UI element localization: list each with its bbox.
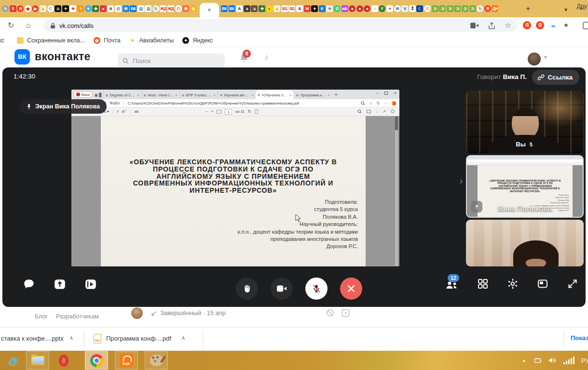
network-signal-icon[interactable] <box>563 357 574 364</box>
vk-logo-text[interactable]: вконтакте <box>35 50 91 63</box>
pinned-tab[interactable]: ♨ <box>55 5 61 12</box>
pinned-tab[interactable]: ↻ <box>152 5 159 12</box>
pinned-tab[interactable]: a <box>244 5 250 12</box>
call-history-avatar[interactable] <box>131 307 143 319</box>
active-tab[interactable]: × <box>200 3 219 17</box>
camera-permission-icon[interactable] <box>470 23 479 28</box>
pinned-tab[interactable]: ↻ <box>2 5 9 12</box>
download-item-1[interactable]: ставка к конфе....pptx <box>1 335 64 342</box>
vk-logo-icon[interactable]: ВК <box>14 49 30 65</box>
pinned-tab[interactable]: @ <box>115 5 122 12</box>
pinned-tab[interactable]: ● <box>364 5 370 12</box>
reload-icon[interactable]: ↻ <box>8 21 14 30</box>
participant-tile-sharer[interactable]: «ОБУЧЕНИЕ ЛЕКСИКО-ГРАММАТИЧЕСКОМУ АСПЕКТ… <box>466 155 584 218</box>
avatar-chevron-icon[interactable]: ▾ <box>544 54 547 60</box>
pinned-tab[interactable]: ❋ <box>182 5 189 12</box>
bookmark-item[interactable]: ◍ Почта <box>94 37 121 44</box>
pinned-tab[interactable]: Э <box>454 5 461 12</box>
pinned-tab[interactable]: ▤ <box>137 5 144 12</box>
pinned-tab[interactable]: ✈ <box>85 5 92 12</box>
pinned-tab[interactable]: V <box>401 5 408 12</box>
pinned-tab[interactable]: ☾ <box>416 5 423 12</box>
taskbar-ie-icon[interactable]: e <box>6 354 19 367</box>
new-tab-button[interactable]: + <box>526 4 530 13</box>
pinned-tab[interactable]: ✈ <box>326 5 333 12</box>
screen-share-video[interactable]: Вика ▣ ▊ ≣ Degrees of Comparison… × ≣ Mu… <box>71 90 399 266</box>
picture-in-picture-button[interactable] <box>537 278 548 290</box>
pinned-tab[interactable]: ◉ <box>25 5 31 12</box>
pinned-tab[interactable]: ✉ <box>394 5 401 12</box>
pinned-tab[interactable]: ～ <box>371 5 378 12</box>
collapse-sidebar-icon[interactable]: › <box>457 172 465 189</box>
bookmark-item[interactable]: ✦ Яндекс <box>182 37 213 44</box>
play-square-icon[interactable] <box>342 309 350 317</box>
tray-expand-icon[interactable]: ▲ <box>522 358 526 363</box>
pinned-tab[interactable]: ● <box>100 5 107 12</box>
pinned-tab[interactable]: ✚ <box>92 5 99 12</box>
media-button[interactable] <box>84 278 97 291</box>
pinned-tab[interactable]: ❖ <box>69 5 76 12</box>
tab-search-icon[interactable]: ▾ <box>564 5 567 14</box>
extension-icon[interactable]: Я <box>536 21 544 29</box>
extension-icon[interactable]: ☁ <box>549 21 557 29</box>
pinned-tab[interactable]: Я <box>484 5 491 12</box>
pinned-tab[interactable]: a <box>251 5 258 12</box>
pinned-tab[interactable]: ✿ <box>190 5 197 12</box>
pinned-tab[interactable]: A <box>236 5 243 12</box>
pinned-tab[interactable]: K <box>319 5 326 12</box>
pinned-tab[interactable]: SG <box>281 5 288 12</box>
pinned-tab[interactable]: ▲ <box>273 5 280 12</box>
taskbar-paint-icon[interactable] <box>145 351 168 370</box>
block-icon[interactable] <box>326 309 334 317</box>
tab-close-icon[interactable]: × <box>207 7 211 13</box>
pinned-tab[interactable]: ✉ <box>123 5 129 12</box>
pinned-tab[interactable]: ДН <box>492 5 498 12</box>
bookmarks-overflow[interactable]: Дру <box>576 3 587 10</box>
pinned-tab[interactable]: ♥ <box>386 5 393 12</box>
pinned-tab[interactable]: Э <box>462 5 468 12</box>
pinned-tab[interactable]: wb <box>342 5 348 12</box>
vk-avatar[interactable] <box>528 53 541 66</box>
pinned-tab[interactable]: 5 <box>10 5 16 12</box>
pinned-tab[interactable]: Э <box>447 5 453 12</box>
battery-icon[interactable] <box>533 357 542 364</box>
pinned-tab[interactable]: ✆ <box>334 5 341 12</box>
pinned-tab[interactable]: Э <box>432 5 438 12</box>
pinned-tab[interactable]: ЖД <box>167 5 174 12</box>
pinned-tab[interactable]: О <box>175 5 182 12</box>
pinned-tab[interactable]: ● <box>349 5 356 12</box>
raise-hand-button[interactable] <box>236 278 258 300</box>
pinned-tab[interactable]: ✦ <box>62 5 69 12</box>
pinned-tab[interactable]: ВК <box>229 5 235 12</box>
end-call-button[interactable] <box>340 278 362 300</box>
download-item-2[interactable]: Программа конф....pdf <box>106 335 171 342</box>
bookmark-item[interactable]: Сохраненные вкла... <box>17 37 85 44</box>
language-indicator[interactable]: РУС <box>581 357 588 364</box>
pinned-tab[interactable]: SG <box>288 5 295 12</box>
pinned-tab[interactable]: М <box>304 5 311 12</box>
pinned-tab[interactable]: ϟ <box>77 5 84 12</box>
download-2-chevron-icon[interactable]: ∧ <box>181 335 185 341</box>
pinned-tab[interactable]: A <box>107 5 114 12</box>
grid-layout-button[interactable] <box>477 278 489 290</box>
settings-gear-button[interactable] <box>507 278 519 290</box>
pinned-tab[interactable]: ● <box>356 5 363 12</box>
bookmark-item[interactable]: ✈ Авиабилеты <box>129 37 174 44</box>
pinned-tab[interactable]: Э <box>439 5 446 12</box>
pinned-tab[interactable]: ⁑ <box>409 5 416 12</box>
pinned-tab[interactable]: ВК <box>130 5 137 12</box>
pinned-tab[interactable]: C <box>424 5 431 12</box>
pinned-tab[interactable]: ВК <box>221 5 228 12</box>
music-icon[interactable]: ♪ <box>264 52 269 62</box>
pinned-tab[interactable]: X <box>296 5 303 12</box>
screen-share-label-pill[interactable]: Экран Вика Полякова <box>19 99 107 114</box>
footer-link-dev[interactable]: Разработчикам <box>56 313 99 320</box>
camera-button[interactable] <box>271 278 293 300</box>
taskbar-opera-icon[interactable] <box>57 354 70 367</box>
participant-tile-third[interactable] <box>466 220 584 266</box>
pinned-tab[interactable]: ✦ <box>311 5 318 12</box>
pinned-tab[interactable]: Э <box>469 5 476 12</box>
show-all-downloads-button[interactable]: Показ <box>571 334 588 342</box>
vk-search-input[interactable]: Поиск <box>118 53 225 67</box>
pinned-tab[interactable]: F <box>379 5 385 12</box>
